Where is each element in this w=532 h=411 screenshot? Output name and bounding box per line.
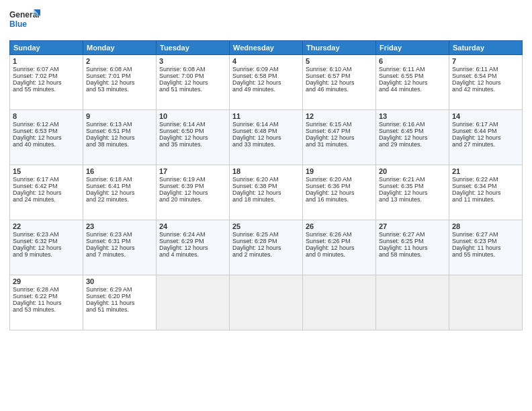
svg-text:Blue: Blue <box>9 19 27 29</box>
day-info-line: Daylight: 12 hours <box>306 79 373 86</box>
day-info-line: and 22 minutes. <box>86 196 153 203</box>
day-info-line: Daylight: 12 hours <box>452 79 519 86</box>
day-number: 8 <box>13 112 80 120</box>
day-number: 22 <box>13 222 80 230</box>
day-info-line: Sunset: 6:42 PM <box>13 183 80 189</box>
day-info-line: Sunrise: 6:12 AM <box>13 121 80 128</box>
weekday-monday: Monday <box>83 41 157 55</box>
day-info-line: and 4 minutes. <box>159 251 226 258</box>
day-info-line: and 35 minutes. <box>159 141 226 148</box>
day-info-line: Daylight: 12 hours <box>452 189 519 196</box>
day-number: 18 <box>232 167 300 175</box>
day-cell <box>230 275 303 330</box>
day-info-line: Daylight: 12 hours <box>232 134 300 141</box>
day-info-line: Sunset: 7:01 PM <box>86 73 153 79</box>
day-info-line: Daylight: 12 hours <box>13 244 80 251</box>
day-info-line: Daylight: 12 hours <box>13 189 80 196</box>
day-cell: 17Sunrise: 6:19 AMSunset: 6:39 PMDayligh… <box>157 165 230 220</box>
day-info-line: and 18 minutes. <box>232 196 300 203</box>
day-cell <box>303 275 376 330</box>
day-cell: 14Sunrise: 6:17 AMSunset: 6:44 PMDayligh… <box>449 110 523 165</box>
day-info-line: and 49 minutes. <box>232 86 300 93</box>
day-info-line: Sunrise: 6:09 AM <box>232 66 300 73</box>
day-info-line: Daylight: 11 hours <box>86 300 153 306</box>
day-info-line: Daylight: 12 hours <box>232 189 300 196</box>
day-info-line: Sunrise: 6:17 AM <box>13 176 80 183</box>
day-info-line: Daylight: 12 hours <box>159 79 226 86</box>
day-info-line: Daylight: 12 hours <box>86 189 153 196</box>
weekday-header-row: SundayMondayTuesdayWednesdayThursdayFrid… <box>10 41 523 55</box>
day-cell: 28Sunrise: 6:27 AMSunset: 6:23 PMDayligh… <box>449 220 523 275</box>
day-info-line: Daylight: 12 hours <box>379 189 446 196</box>
day-info-line: Sunset: 6:35 PM <box>379 183 446 189</box>
day-info-line: Sunrise: 6:16 AM <box>379 121 446 128</box>
day-info-line: Sunrise: 6:29 AM <box>86 286 153 293</box>
day-number: 17 <box>159 167 226 175</box>
day-number: 3 <box>159 57 226 65</box>
day-info-line: and 24 minutes. <box>13 196 80 203</box>
day-info-line: Sunrise: 6:17 AM <box>452 121 519 128</box>
day-info-line: Sunrise: 6:07 AM <box>13 66 80 73</box>
day-info-line: Sunset: 6:22 PM <box>13 293 80 300</box>
week-row-2: 15Sunrise: 6:17 AMSunset: 6:42 PMDayligh… <box>10 165 523 220</box>
day-info-line: and 40 minutes. <box>13 141 80 148</box>
day-info-line: Sunset: 6:41 PM <box>86 183 153 189</box>
day-number: 4 <box>232 57 300 65</box>
day-info-line: Sunset: 6:54 PM <box>452 73 519 79</box>
calendar-body: 1Sunrise: 6:07 AMSunset: 7:02 PMDaylight… <box>10 55 523 330</box>
day-info-line: and 7 minutes. <box>86 251 153 258</box>
day-number: 26 <box>306 222 373 230</box>
day-info-line: Sunrise: 6:18 AM <box>86 176 153 183</box>
day-info-line: Sunset: 6:25 PM <box>379 238 446 244</box>
day-number: 21 <box>452 167 519 175</box>
day-info-line: Sunset: 6:47 PM <box>306 128 373 134</box>
day-cell: 6Sunrise: 6:11 AMSunset: 6:55 PMDaylight… <box>376 55 449 110</box>
day-number: 6 <box>379 57 446 65</box>
day-info-line: Daylight: 12 hours <box>232 244 300 251</box>
day-cell <box>376 275 449 330</box>
day-info-line: and 44 minutes. <box>379 86 446 93</box>
day-info-line: Daylight: 12 hours <box>13 134 80 141</box>
week-row-3: 22Sunrise: 6:23 AMSunset: 6:32 PMDayligh… <box>10 220 523 275</box>
day-cell: 9Sunrise: 6:13 AMSunset: 6:51 PMDaylight… <box>83 110 157 165</box>
day-info-line: Daylight: 12 hours <box>306 244 373 251</box>
day-info-line: Daylight: 12 hours <box>159 189 226 196</box>
day-info-line: Sunrise: 6:11 AM <box>379 66 446 73</box>
day-number: 25 <box>232 222 300 230</box>
day-cell: 10Sunrise: 6:14 AMSunset: 6:50 PMDayligh… <box>157 110 230 165</box>
day-info-line: Sunset: 6:23 PM <box>452 238 519 244</box>
day-info-line: Daylight: 12 hours <box>232 79 300 86</box>
day-info-line: and 9 minutes. <box>13 251 80 258</box>
day-info-line: Sunrise: 6:20 AM <box>232 176 300 183</box>
day-info-line: Daylight: 11 hours <box>452 244 519 251</box>
day-info-line: Sunset: 6:48 PM <box>232 128 300 134</box>
day-info-line: and 16 minutes. <box>306 196 373 203</box>
day-info-line: Sunset: 6:39 PM <box>159 183 226 189</box>
day-info-line: and 20 minutes. <box>159 196 226 203</box>
day-info-line: Daylight: 12 hours <box>13 79 80 86</box>
day-info-line: and 58 minutes. <box>379 251 446 258</box>
logo: General Blue <box>9 7 43 35</box>
day-number: 30 <box>86 277 153 285</box>
day-info-line: and 51 minutes. <box>86 306 153 313</box>
day-number: 19 <box>306 167 373 175</box>
day-number: 15 <box>13 167 80 175</box>
day-info-line: Sunset: 6:45 PM <box>379 128 446 134</box>
weekday-wednesday: Wednesday <box>230 41 303 55</box>
day-info-line: Sunrise: 6:14 AM <box>159 121 226 128</box>
day-cell: 4Sunrise: 6:09 AMSunset: 6:58 PMDaylight… <box>230 55 303 110</box>
day-cell: 26Sunrise: 6:26 AMSunset: 6:26 PMDayligh… <box>303 220 376 275</box>
day-info-line: Daylight: 12 hours <box>306 134 373 141</box>
day-cell: 13Sunrise: 6:16 AMSunset: 6:45 PMDayligh… <box>376 110 449 165</box>
day-info-line: and 31 minutes. <box>306 141 373 148</box>
day-info-line: and 55 minutes. <box>13 86 80 93</box>
day-cell: 19Sunrise: 6:20 AMSunset: 6:36 PMDayligh… <box>303 165 376 220</box>
day-number: 10 <box>159 112 226 120</box>
day-info-line: and 38 minutes. <box>86 141 153 148</box>
day-info-line: Sunrise: 6:26 AM <box>306 231 373 238</box>
day-number: 5 <box>306 57 373 65</box>
day-info-line: and 33 minutes. <box>232 141 300 148</box>
day-info-line: and 27 minutes. <box>452 141 519 148</box>
day-cell: 3Sunrise: 6:08 AMSunset: 7:00 PMDaylight… <box>157 55 230 110</box>
day-info-line: Sunrise: 6:22 AM <box>452 176 519 183</box>
